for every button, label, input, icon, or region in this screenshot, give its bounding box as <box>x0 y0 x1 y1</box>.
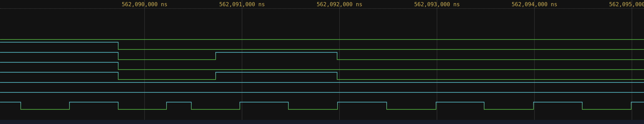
time-gridline <box>437 0 437 124</box>
signal-2-transition <box>118 42 118 50</box>
signal-8-segment <box>288 109 338 110</box>
wave-canvas[interactable] <box>0 0 644 124</box>
signal-8-transition <box>337 102 338 110</box>
signal-5-transition <box>215 72 216 80</box>
signal-8-segment <box>118 109 166 110</box>
timeline-tick-label: 562,095,000 ns <box>609 1 644 7</box>
signal-3-segment <box>0 52 118 53</box>
signal-8-segment <box>533 102 582 102</box>
signal-8-transition <box>631 102 632 110</box>
signal-8-segment <box>631 102 644 102</box>
signal-3-segment <box>118 59 216 60</box>
signal-7-segment <box>0 92 644 93</box>
signal-2-segment <box>118 49 644 50</box>
signal-5-transition <box>118 72 118 80</box>
signal-8-transition <box>20 102 21 110</box>
signal-8-transition <box>69 102 70 110</box>
time-gridline <box>632 0 632 124</box>
signal-8-transition <box>166 102 167 110</box>
timeline-tick-label: 562,092,000 ns <box>316 1 362 7</box>
time-gridline <box>339 0 340 124</box>
signal-8-transition <box>484 102 484 110</box>
signal-8-transition <box>582 102 582 110</box>
time-gridline <box>242 0 242 124</box>
signal-4-segment <box>118 69 644 70</box>
signal-8-transition <box>533 102 534 110</box>
signal-8-segment <box>484 109 534 110</box>
signal-5-segment <box>215 72 337 72</box>
signal-8-segment <box>436 102 484 102</box>
signal-8-segment <box>0 102 21 102</box>
time-gridline <box>534 0 535 124</box>
signal-3-segment <box>215 52 337 53</box>
waveform-viewer: 562,090,000 ns562,091,000 ns562,092,000 … <box>0 0 644 124</box>
signal-8-segment <box>337 102 387 102</box>
signal-8-transition <box>118 102 118 110</box>
timeline-tick-label: 562,093,000 ns <box>414 1 460 7</box>
signal-6-segment <box>0 82 644 83</box>
signal-5-segment <box>118 79 216 80</box>
signal-3-segment <box>337 59 644 60</box>
signal-5-segment <box>337 79 644 80</box>
signal-5-segment <box>0 72 118 72</box>
signal-4-segment <box>0 62 118 62</box>
timeline: 562,090,000 ns562,091,000 ns562,092,000 … <box>0 0 644 8</box>
signal-8-segment <box>240 102 288 102</box>
signal-8-transition <box>436 102 436 110</box>
signal-1-segment <box>0 39 644 40</box>
signal-8-transition <box>288 102 289 110</box>
signal-8-segment <box>582 109 631 110</box>
time-gridline <box>144 0 145 124</box>
timeline-tick-label: 562,091,000 ns <box>219 1 265 7</box>
signal-8-segment <box>386 109 436 110</box>
scrollbar-track-horizontal[interactable] <box>0 120 644 124</box>
signal-8-segment <box>166 102 192 102</box>
timeline-separator <box>0 8 644 9</box>
signal-8-segment <box>191 109 240 110</box>
signal-3-transition <box>215 52 216 60</box>
signal-2-segment <box>0 42 118 43</box>
signal-8-segment <box>69 102 118 102</box>
signal-8-transition <box>386 102 387 110</box>
signal-4-transition <box>118 62 118 70</box>
signal-3-transition <box>337 52 338 60</box>
signal-8-segment <box>20 109 70 110</box>
signal-8-transition <box>191 102 192 110</box>
signal-3-transition <box>118 52 118 60</box>
timeline-tick-label: 562,094,000 ns <box>512 1 557 7</box>
signal-5-transition <box>337 72 338 80</box>
signal-8-transition <box>240 102 240 110</box>
timeline-tick-label: 562,090,000 ns <box>122 1 167 7</box>
